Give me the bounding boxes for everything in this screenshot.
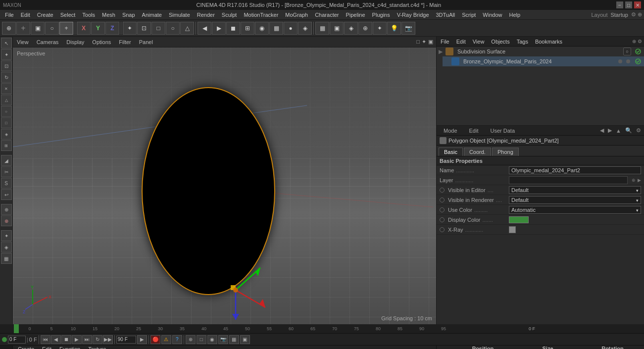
- tool-circle[interactable]: ○: [166, 22, 180, 35]
- obj-check2-2[interactable]: [634, 57, 642, 65]
- sidebar-s2[interactable]: △: [1, 95, 12, 105]
- tool-render3[interactable]: ◈: [344, 22, 358, 35]
- prop-display-color-swatch[interactable]: [509, 216, 529, 223]
- menu-file[interactable]: File: [2, 11, 17, 18]
- sidebar-s5[interactable]: ◈: [1, 129, 12, 140]
- tool-render2[interactable]: ▣: [330, 22, 344, 35]
- mat-edit[interactable]: Edit: [40, 346, 53, 349]
- menu-snap[interactable]: Snap: [119, 11, 138, 18]
- mat-create[interactable]: Create: [16, 346, 36, 349]
- tool-box[interactable]: □: [151, 22, 165, 35]
- sidebar-s6[interactable]: ⊞: [1, 140, 12, 151]
- warn-btn[interactable]: ⚠: [161, 335, 171, 344]
- menu-render[interactable]: Render: [194, 11, 218, 18]
- prop-nav-icon-right[interactable]: ▶: [608, 127, 612, 134]
- prop-userdata-tab[interactable]: User Data: [487, 127, 519, 135]
- sidebar-s11[interactable]: ⊕: [1, 204, 12, 215]
- menu-mesh[interactable]: Mesh: [99, 11, 118, 18]
- vp-menu-panel[interactable]: Panel: [137, 39, 155, 45]
- tool-paint[interactable]: ✦: [373, 22, 387, 35]
- camera-btn[interactable]: 📷: [218, 335, 228, 344]
- tool-btn-3[interactable]: ▣: [31, 22, 45, 35]
- menu-plugins[interactable]: Plugins: [369, 11, 393, 18]
- prop-tab-basic[interactable]: Basic: [439, 148, 463, 156]
- tool-tri[interactable]: △: [180, 22, 194, 35]
- mat-function[interactable]: Function: [57, 346, 82, 349]
- objmgr-objects[interactable]: Objects: [489, 39, 511, 45]
- key-record2-btn[interactable]: ◉: [207, 335, 217, 344]
- key-square-btn[interactable]: □: [197, 335, 206, 344]
- loop[interactable]: ↻: [93, 335, 102, 344]
- 3d-viewport[interactable]: X Y Z Perspective Grid Spacing : 10 cm: [13, 48, 436, 324]
- menu-vray[interactable]: V-Ray Bridge: [394, 11, 432, 18]
- tool-camera[interactable]: 📷: [401, 22, 415, 35]
- minimize-button[interactable]: −: [616, 1, 623, 8]
- menu-script[interactable]: Script: [459, 11, 479, 18]
- vp-menu-display[interactable]: Display: [64, 39, 86, 45]
- play-to-start[interactable]: ⏮: [41, 335, 50, 344]
- sidebar-s1[interactable]: ✕: [1, 83, 12, 94]
- sidebar-s8[interactable]: ✂: [1, 166, 12, 177]
- menu-edit[interactable]: Edit: [18, 11, 33, 18]
- menu-window[interactable]: Window: [480, 11, 505, 18]
- prop-layer-field[interactable]: [509, 176, 628, 184]
- tool-squares[interactable]: ▦: [269, 22, 283, 35]
- frame-start-input[interactable]: [8, 336, 26, 344]
- vp-menu-cameras[interactable]: Cameras: [35, 39, 61, 45]
- tool-render1[interactable]: ▦: [315, 22, 329, 35]
- tool-x[interactable]: X: [77, 22, 91, 35]
- sidebar-s7[interactable]: ◢: [1, 155, 12, 166]
- tool-lamp[interactable]: 💡: [387, 22, 401, 35]
- close-button[interactable]: ✕: [634, 1, 641, 8]
- menu-simulate[interactable]: Simulate: [166, 11, 193, 18]
- prop-tab-phong[interactable]: Phong: [492, 148, 519, 156]
- stop[interactable]: ⏹: [61, 335, 71, 344]
- sidebar-move[interactable]: ✦: [1, 49, 12, 60]
- tool-diamond[interactable]: ◈: [298, 22, 312, 35]
- menu-create[interactable]: Create: [34, 11, 56, 18]
- tool-next[interactable]: ▶: [212, 22, 226, 35]
- sidebar-scale[interactable]: ⊡: [1, 60, 12, 71]
- record-btn[interactable]: 🔴: [150, 335, 160, 344]
- vp-menu-view[interactable]: View: [15, 39, 31, 45]
- frame-end-input[interactable]: [116, 336, 136, 344]
- obj-check2-1[interactable]: [634, 48, 642, 55]
- sidebar-rotate[interactable]: ↻: [1, 72, 12, 83]
- tool-btn-5[interactable]: +: [59, 22, 73, 35]
- objmgr-edit[interactable]: Edit: [454, 39, 468, 45]
- tool-grid2[interactable]: ⊞: [241, 22, 254, 35]
- vp-menu-options[interactable]: Options: [90, 39, 113, 45]
- sidebar-s14[interactable]: ◈: [1, 242, 12, 252]
- prop-name-input[interactable]: [509, 166, 641, 174]
- objmgr-tags[interactable]: Tags: [515, 39, 530, 45]
- prev-frame[interactable]: ◀: [51, 335, 61, 344]
- sidebar-s12[interactable]: ⊕: [1, 215, 12, 226]
- objmgr-view[interactable]: View: [471, 39, 487, 45]
- fast-forward[interactable]: ▶▶: [103, 335, 113, 344]
- sidebar-s10[interactable]: ↩: [1, 189, 12, 200]
- tool-stop[interactable]: ◼: [226, 22, 240, 35]
- vp-menu-filter[interactable]: Filter: [117, 39, 133, 45]
- obj-check1-1[interactable]: ○: [623, 48, 631, 55]
- obj-row-medal[interactable]: Bronze_Olympic_Medal_Paris_2024: [443, 56, 644, 66]
- prop-vis-renderer-dropdown[interactable]: Default: [509, 196, 641, 204]
- menu-animate[interactable]: Animate: [139, 11, 165, 18]
- help-btn[interactable]: ?: [172, 335, 182, 344]
- prop-tab-coord[interactable]: Coord.: [464, 148, 491, 156]
- add-key-btn[interactable]: ⊕: [186, 335, 196, 344]
- prop-mode-tab[interactable]: Mode: [440, 127, 461, 135]
- mat-texture[interactable]: Texture: [86, 346, 108, 349]
- prop-nav-icon-gear[interactable]: ⚙: [636, 127, 641, 134]
- menu-sculpt[interactable]: Sculpt: [219, 11, 240, 18]
- menu-tools[interactable]: Tools: [79, 11, 98, 18]
- tool-btn-4[interactable]: ○: [45, 22, 59, 35]
- tool-grid[interactable]: ⊡: [137, 22, 151, 35]
- sidebar-s13[interactable]: ✦: [1, 230, 12, 241]
- tool-btn-1[interactable]: ⊕: [2, 22, 16, 35]
- prop-nav-icon-left[interactable]: ◀: [600, 127, 604, 134]
- menu-help[interactable]: Help: [506, 11, 523, 18]
- tool-btn-2[interactable]: +: [16, 22, 30, 35]
- obj-row-subdivision[interactable]: ▶ Subdivision Surface ○: [437, 47, 644, 56]
- box3-btn[interactable]: ▣: [240, 335, 250, 344]
- menu-select[interactable]: Select: [57, 11, 79, 18]
